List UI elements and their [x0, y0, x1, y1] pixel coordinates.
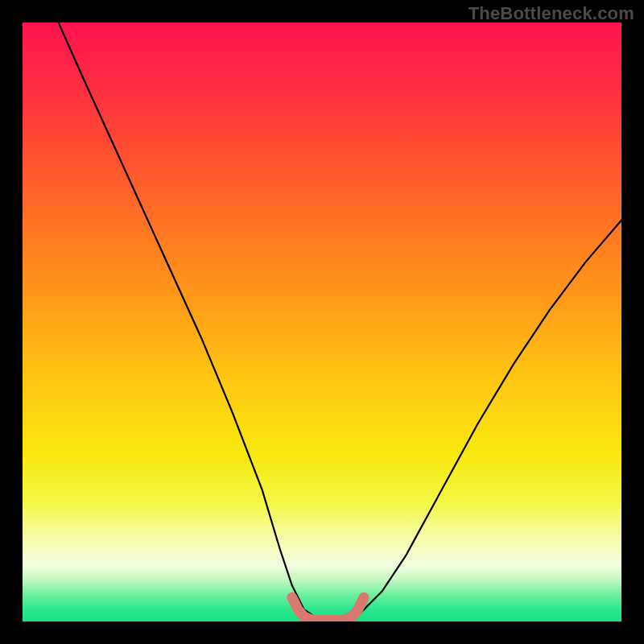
chart-frame: TheBottleneck.com [0, 0, 644, 644]
bottleneck-curve [59, 23, 621, 621]
plot-area [23, 23, 621, 621]
flat-marker-band [292, 597, 364, 620]
curve-layer [23, 23, 621, 621]
watermark-text: TheBottleneck.com [469, 3, 634, 24]
